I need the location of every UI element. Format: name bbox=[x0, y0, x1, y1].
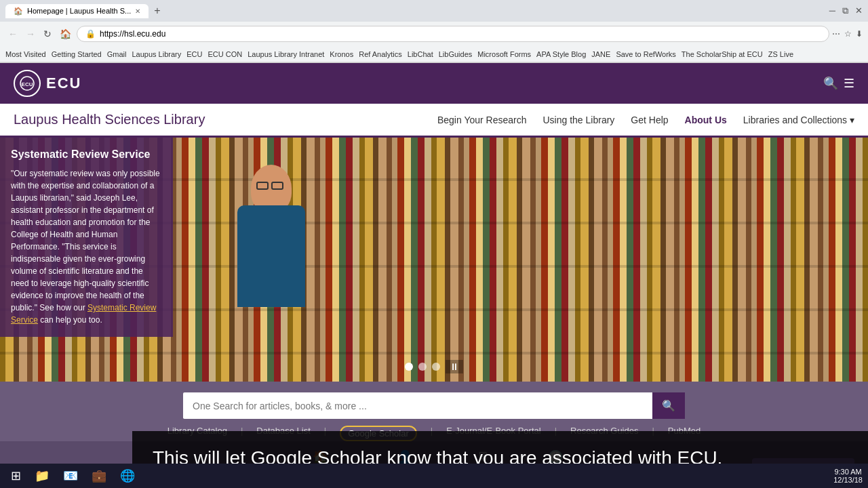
bookmark-star-icon[interactable]: ☆ bbox=[844, 29, 852, 39]
bookmark-laupus-intranet[interactable]: Laupus Library Intranet bbox=[248, 50, 324, 58]
header-icons[interactable]: 🔍 ☰ bbox=[823, 76, 854, 91]
hero-suffix: can help you too. bbox=[40, 315, 102, 325]
carousel-dot-1[interactable] bbox=[405, 363, 413, 371]
site-header: ECU ECU 🔍 ☰ bbox=[0, 63, 868, 104]
home-button[interactable]: 🏠 bbox=[57, 26, 74, 42]
search-bar-container: 🔍 bbox=[183, 392, 685, 419]
taskbar-time: 9:30 AM 12/13/18 bbox=[833, 468, 863, 484]
bookmark-gmail[interactable]: Gmail bbox=[107, 50, 127, 58]
lock-icon: 🔒 bbox=[85, 29, 96, 39]
bookmark-ref-analytics[interactable]: Ref Analytics bbox=[359, 50, 402, 58]
nav-libraries-collections[interactable]: Libraries and Collections ▾ bbox=[743, 115, 854, 125]
close-btn[interactable]: ✕ bbox=[855, 5, 863, 16]
nav-begin-research[interactable]: Begin Your Research bbox=[437, 115, 527, 125]
minimize-btn[interactable]: ─ bbox=[829, 5, 835, 16]
bookmark-libguides[interactable]: LibGuides bbox=[439, 50, 473, 58]
tab-title: Homepage | Laupus Health S... bbox=[27, 7, 131, 15]
taskbar-file-explorer[interactable]: 📁 bbox=[29, 466, 55, 486]
browser-navbar: ← → ↻ 🏠 🔒 ⋯ ☆ ⬇ bbox=[0, 22, 868, 46]
reload-button[interactable]: ↻ bbox=[41, 26, 54, 42]
ecu-logo: ECU bbox=[14, 70, 41, 97]
address-bar[interactable]: 🔒 bbox=[77, 26, 829, 42]
hero-body: "Our systematic review was only possible… bbox=[11, 167, 162, 326]
carousel-dot-3[interactable] bbox=[432, 363, 440, 371]
bookmarks-bar: Most Visited Getting Started Gmail Laupu… bbox=[0, 46, 868, 62]
svg-text:ECU: ECU bbox=[22, 81, 33, 87]
bookmark-ecu-con[interactable]: ECU CON bbox=[208, 50, 242, 58]
nav-links: Begin Your Research Using the Library Ge… bbox=[437, 115, 854, 125]
main-nav: Laupus Health Sciences Library Begin You… bbox=[0, 104, 868, 138]
search-button[interactable]: 🔍 bbox=[652, 392, 685, 419]
bookmark-kronos[interactable]: Kronos bbox=[330, 50, 353, 58]
bookmark-libchat[interactable]: LibChat bbox=[408, 50, 433, 58]
search-icon[interactable]: 🔍 bbox=[823, 76, 838, 91]
menu-icon[interactable]: ☰ bbox=[844, 76, 854, 91]
bookmark-microsoft-forms[interactable]: Microsoft Forms bbox=[477, 50, 531, 58]
taskbar: ⊞ 📁 📧 💼 🌐 9:30 AM 12/13/18 bbox=[0, 464, 868, 488]
hero-section: Systematic Review Service "Our systemati… bbox=[0, 138, 868, 382]
bookmark-getting-started[interactable]: Getting Started bbox=[52, 50, 102, 58]
hero-overlay: Systematic Review Service "Our systemati… bbox=[0, 138, 868, 382]
taskbar-teams[interactable]: 💼 bbox=[86, 466, 112, 486]
browser-chrome: 🏠 Homepage | Laupus Health S... ✕ + ─ ⧉ … bbox=[0, 0, 868, 63]
hero-text-box: Systematic Review Service "Our systemati… bbox=[0, 138, 173, 337]
hero-title: Systematic Review Service bbox=[11, 148, 162, 161]
bookmark-laupus-library[interactable]: Laupus Library bbox=[132, 50, 181, 58]
browser-tab[interactable]: 🏠 Homepage | Laupus Health S... ✕ bbox=[5, 4, 149, 18]
taskbar-chrome[interactable]: 🌐 bbox=[115, 466, 140, 486]
restore-btn[interactable]: ⧉ bbox=[842, 5, 848, 16]
extensions-icon[interactable]: ⋯ bbox=[832, 29, 840, 39]
nav-get-help[interactable]: Get Help bbox=[631, 115, 668, 125]
bookmark-jane[interactable]: JANE bbox=[591, 50, 610, 58]
taskbar-outlook[interactable]: 📧 bbox=[58, 466, 83, 486]
logo-area: ECU ECU bbox=[14, 70, 81, 97]
bookmark-save-refworks[interactable]: Save to RefWorks bbox=[616, 50, 675, 58]
hero-body-text: "Our systematic review was only possible… bbox=[11, 169, 160, 312]
hero-carousel-dots: ⏸ bbox=[405, 360, 463, 373]
tab-close-btn[interactable]: ✕ bbox=[135, 7, 140, 15]
bookmark-most-visited[interactable]: Most Visited bbox=[5, 50, 46, 58]
bookmark-apa-blog[interactable]: APA Style Blog bbox=[536, 50, 586, 58]
nav-using-library[interactable]: Using the Library bbox=[543, 115, 615, 125]
website-content: ECU ECU 🔍 ☰ Laupus Health Sciences Libra… bbox=[0, 63, 868, 485]
site-logo-text: ECU bbox=[46, 75, 81, 92]
nav-about-us[interactable]: About Us bbox=[685, 115, 727, 125]
url-input[interactable] bbox=[100, 29, 821, 39]
download-icon[interactable]: ⬇ bbox=[856, 29, 863, 39]
forward-button[interactable]: → bbox=[23, 26, 38, 42]
bookmark-zs-live[interactable]: ZS Live bbox=[768, 50, 793, 58]
carousel-pause-btn[interactable]: ⏸ bbox=[446, 360, 463, 373]
taskbar-start[interactable]: ⊞ bbox=[5, 466, 26, 486]
search-input[interactable] bbox=[183, 394, 652, 418]
new-tab-button[interactable]: + bbox=[149, 2, 165, 20]
library-title: Laupus Health Sciences Library bbox=[14, 112, 205, 127]
browser-nav-icons: ⋯ ☆ ⬇ bbox=[832, 29, 863, 39]
back-button[interactable]: ← bbox=[5, 26, 20, 42]
bookmark-ecu[interactable]: ECU bbox=[186, 50, 202, 58]
bookmark-scholarship[interactable]: The ScholarShip at ECU bbox=[682, 50, 763, 58]
title-bar: 🏠 Homepage | Laupus Health S... ✕ + ─ ⧉ … bbox=[0, 0, 868, 22]
carousel-dot-2[interactable] bbox=[418, 363, 427, 371]
